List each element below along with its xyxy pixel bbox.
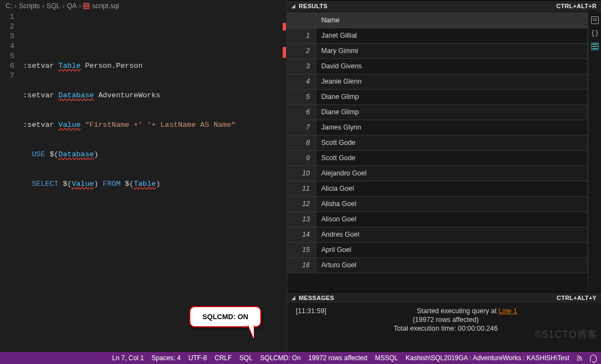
breadcrumb-seg[interactable]: Scripts	[19, 2, 40, 10]
messages-hotkey: CTRL+ALT+Y	[557, 295, 597, 301]
name-cell[interactable]: Alison Goel	[316, 212, 588, 227]
results-hotkey: CTRL+ALT+R	[556, 3, 597, 9]
table-row[interactable]: 4Jeanie Glenn	[287, 74, 588, 89]
table-row[interactable]: 6Diane Glimp	[287, 104, 588, 120]
message-line-link[interactable]: Line 1	[499, 307, 517, 315]
table-row[interactable]: 15April Goel	[287, 242, 588, 257]
name-cell[interactable]: Janet Gilliat	[316, 28, 588, 43]
notifications-icon[interactable]	[590, 355, 597, 362]
collapse-icon[interactable]: ◢	[291, 295, 295, 301]
row-number-cell: 7	[287, 120, 316, 135]
table-row[interactable]: 2Mary Gimmi	[287, 43, 588, 58]
database-icon	[83, 3, 90, 9]
table-row[interactable]: 7James Glynn	[287, 120, 588, 135]
feedback-icon[interactable]	[577, 355, 582, 361]
name-cell[interactable]: Arturo Goel	[316, 257, 588, 273]
name-cell[interactable]: Alejandro Goel	[316, 166, 588, 181]
save-json-icon[interactable]: {}	[591, 30, 599, 37]
chevron-right-icon: ›	[15, 2, 17, 10]
table-row[interactable]: 10Alejandro Goel	[287, 166, 588, 181]
token: $(	[63, 180, 72, 188]
line-number: 7	[0, 71, 14, 81]
column-header-name[interactable]: Name	[316, 13, 588, 28]
editor-pane: C: › Scripts › SQL › QA › script.sql 123…	[0, 0, 287, 352]
line-number: 2	[0, 22, 14, 32]
table-row[interactable]: 1Janet Gilliat	[287, 28, 588, 43]
code-area[interactable]: :setvar Table Person.Person :setvar Data…	[23, 12, 287, 352]
token: Value	[59, 121, 81, 129]
overview-ruler[interactable]	[281, 12, 287, 352]
message-started-text: Started executing query at	[417, 307, 498, 315]
token: Database	[59, 150, 94, 158]
status-rows[interactable]: 19972 rows affected	[308, 354, 367, 362]
name-cell[interactable]: Alicia Goel	[316, 181, 588, 196]
breadcrumb-seg[interactable]: SQL	[46, 2, 60, 10]
name-cell[interactable]: April Goel	[316, 242, 588, 257]
status-spaces[interactable]: Spaces: 4	[151, 354, 180, 362]
sqlcmd-callout-text: SQLCMD: ON	[202, 313, 248, 321]
row-number-cell: 15	[287, 242, 316, 257]
table-row[interactable]: 13Alison Goel	[287, 212, 588, 227]
status-cursorpos[interactable]: Ln 7, Col 1	[112, 354, 144, 362]
name-cell[interactable]: Andres Goel	[316, 227, 588, 242]
status-bar: Ln 7, Col 1 Spaces: 4 UTF-8 CRLF SQL SQL…	[0, 352, 601, 364]
save-excel-icon[interactable]	[591, 43, 599, 50]
token: USE	[32, 150, 45, 158]
line-number-gutter: 1234567	[0, 12, 23, 352]
name-cell[interactable]: James Glynn	[316, 120, 588, 135]
name-cell[interactable]: Mary Gimmi	[316, 43, 588, 58]
row-number-cell: 8	[287, 135, 316, 150]
status-encoding[interactable]: UTF-8	[188, 354, 207, 362]
name-cell[interactable]: Diane Glimp	[316, 89, 588, 104]
status-connection[interactable]: Kashish\SQL2019GA : AdventureWorks : KAS…	[406, 354, 569, 362]
table-row[interactable]: 16Arturo Goel	[287, 257, 588, 273]
results-header[interactable]: ◢ RESULTS CTRL+ALT+R	[287, 0, 601, 12]
row-number-cell: 13	[287, 212, 316, 227]
message-timestamp: [11:31:59]	[296, 307, 339, 315]
results-body: 1Janet Gilliat2Mary Gimmi3David Givens4J…	[287, 28, 588, 273]
table-row[interactable]: 8Scott Gode	[287, 135, 588, 150]
breadcrumb-file[interactable]: script.sql	[92, 2, 119, 10]
line-number: 6	[0, 61, 14, 71]
status-language[interactable]: SQL	[240, 354, 253, 362]
name-cell[interactable]: Diane Glimp	[316, 104, 588, 120]
token: :setvar	[23, 121, 54, 129]
code-editor[interactable]: 1234567 :setvar Table Person.Person :set…	[0, 12, 287, 352]
messages-header[interactable]: ◢ MESSAGES CTRL+ALT+Y	[287, 292, 601, 304]
results-side-toolbar: {}	[588, 12, 601, 292]
token: $(	[50, 150, 59, 158]
table-row[interactable]: 12Alisha Goel	[287, 196, 588, 212]
table-row[interactable]: 5Diane Glimp	[287, 89, 588, 104]
breadcrumb-seg[interactable]: C:	[5, 2, 13, 10]
table-row[interactable]: 3David Givens	[287, 58, 588, 74]
collapse-icon[interactable]: ◢	[291, 3, 295, 9]
name-cell[interactable]: Scott Gode	[316, 150, 588, 166]
chevron-right-icon: ›	[42, 2, 44, 10]
table-row[interactable]: 11Alicia Goel	[287, 181, 588, 196]
token: Person.Person	[85, 62, 142, 70]
breadcrumb-seg[interactable]: QA	[67, 2, 77, 10]
results-grid[interactable]: Name 1Janet Gilliat2Mary Gimmi3David Giv…	[287, 12, 588, 292]
save-csv-icon[interactable]	[591, 16, 599, 24]
token: )	[94, 150, 98, 158]
sqlcmd-callout: SQLCMD: ON	[189, 306, 261, 327]
message-started: Started executing query at Line 1	[339, 307, 596, 315]
name-cell[interactable]: David Givens	[316, 58, 588, 74]
name-cell[interactable]: Jeanie Glenn	[316, 74, 588, 89]
name-cell[interactable]: Alisha Goel	[316, 196, 588, 212]
token: :setvar	[23, 91, 54, 99]
name-cell[interactable]: Scott Gode	[316, 135, 588, 150]
row-number-cell: 5	[287, 89, 316, 104]
status-engine[interactable]: MSSQL	[375, 354, 398, 362]
status-sqlcmd[interactable]: SQLCMD: On	[260, 354, 301, 362]
table-row[interactable]: 9Scott Gode	[287, 150, 588, 166]
token: )	[94, 180, 98, 188]
line-number: 4	[0, 42, 14, 51]
line-number: 5	[0, 51, 14, 61]
table-row[interactable]: 14Andres Goel	[287, 227, 588, 242]
message-rows-affected: (19972 rows affected)	[296, 316, 596, 324]
status-eol[interactable]: CRLF	[214, 354, 231, 362]
breadcrumb[interactable]: C: › Scripts › SQL › QA › script.sql	[0, 0, 287, 12]
row-number-cell: 11	[287, 181, 316, 196]
results-title: RESULTS	[299, 3, 328, 9]
